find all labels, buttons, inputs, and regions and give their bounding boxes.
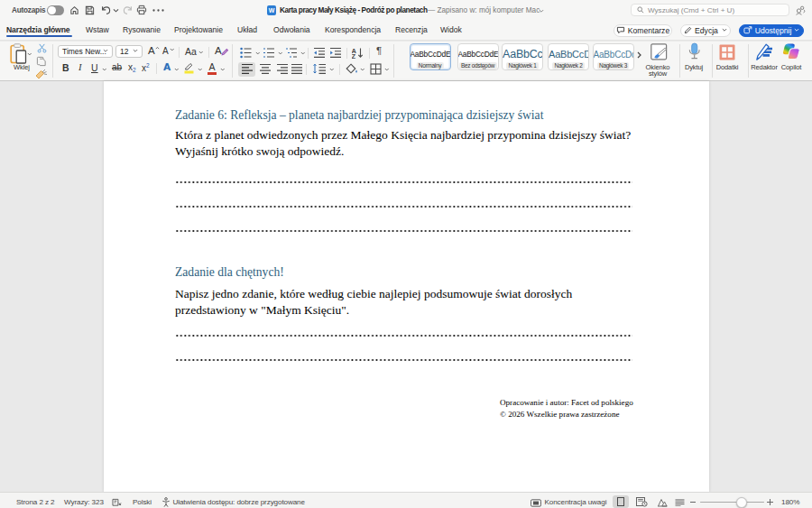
svg-text:Z: Z [352,52,356,60]
svg-text:W: W [269,7,275,14]
